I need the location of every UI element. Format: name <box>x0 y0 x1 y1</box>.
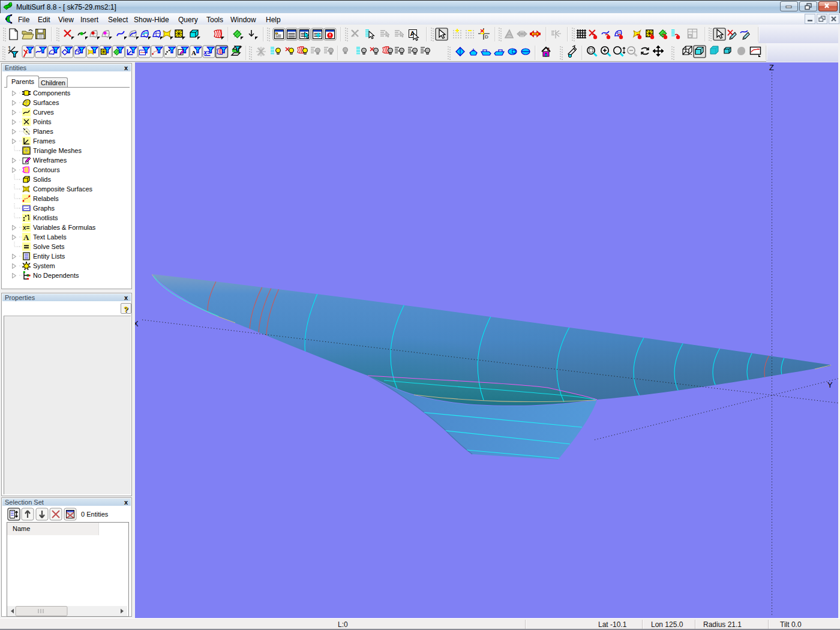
svg-text:X: X <box>135 319 139 328</box>
svg-text:A: A <box>191 49 196 56</box>
svg-text:D: D <box>485 34 488 40</box>
svg-text:Z: Z <box>769 63 774 72</box>
svg-text:Y: Y <box>827 380 833 389</box>
